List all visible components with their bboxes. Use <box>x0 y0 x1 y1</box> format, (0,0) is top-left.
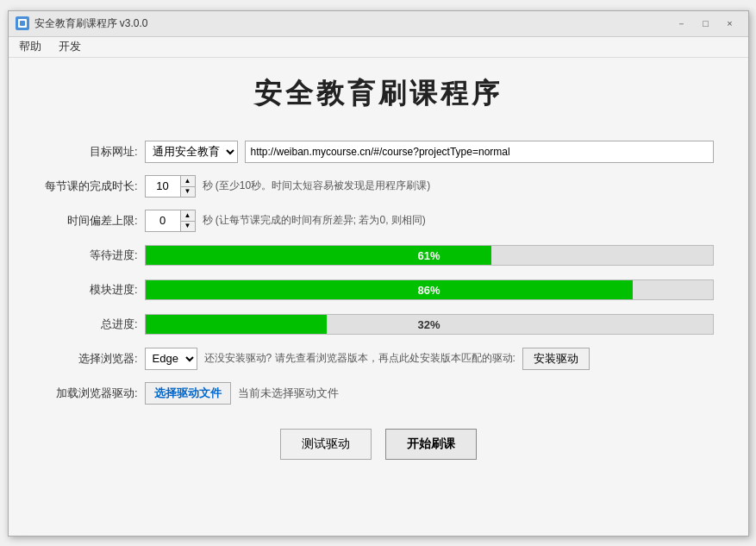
menu-help[interactable]: 帮助 <box>12 37 48 56</box>
app-icon <box>16 16 29 30</box>
browser-hint: 还没安装驱动? 请先查看浏览器版本，再点此处安装版本匹配的驱动: <box>204 351 515 366</box>
duration-input[interactable] <box>146 176 180 197</box>
select-driver-file-btn[interactable]: 选择驱动文件 <box>145 382 231 405</box>
install-driver-btn[interactable]: 安装驱动 <box>522 348 590 370</box>
module-progress-row: 模块进度: 86% <box>43 277 714 303</box>
wait-label: 等待进度: <box>43 248 138 263</box>
offset-down-btn[interactable]: ▼ <box>181 221 195 231</box>
start-course-btn[interactable]: 开始刷课 <box>385 429 477 460</box>
main-content: 安全教育刷课程序 目标网址: 通用安全教育 每节课的完成时长: ▲ ▼ 秒 (至… <box>9 58 748 536</box>
target-url-input[interactable] <box>245 141 714 163</box>
total-progress-bar-container: 32% <box>145 314 714 335</box>
duration-label: 每节课的完成时长: <box>43 179 138 194</box>
test-driver-btn[interactable]: 测试驱动 <box>280 429 372 460</box>
browser-row: 选择浏览器: Edge 还没安装驱动? 请先查看浏览器版本，再点此处安装版本匹配… <box>43 346 714 372</box>
target-label: 目标网址: <box>43 144 138 160</box>
duration-spinner: ▲ ▼ <box>145 175 196 198</box>
duration-up-btn[interactable]: ▲ <box>181 176 195 186</box>
wait-progress-label: 61% <box>146 246 713 266</box>
offset-row: 时间偏差上限: ▲ ▼ 秒 (让每节课完成的时间有所差异; 若为0, 则相同) <box>43 208 714 234</box>
driver-row: 加载浏览器驱动: 选择驱动文件 当前未选择驱动文件 <box>43 380 714 406</box>
module-progress-label: 86% <box>146 280 713 300</box>
minimize-button[interactable]: － <box>671 15 693 32</box>
offset-spinner-btns: ▲ ▼ <box>180 210 195 231</box>
duration-down-btn[interactable]: ▼ <box>181 186 195 197</box>
duration-row: 每节课的完成时长: ▲ ▼ 秒 (至少10秒。时间太短容易被发现是用程序刷课) <box>43 173 714 199</box>
offset-input[interactable] <box>146 210 180 231</box>
module-progress-bar-container: 86% <box>145 279 714 300</box>
window-controls: － □ × <box>671 15 741 32</box>
target-select[interactable]: 通用安全教育 <box>145 141 238 163</box>
driver-label: 加载浏览器驱动: <box>43 386 138 401</box>
close-button[interactable]: × <box>719 15 741 32</box>
offset-label: 时间偏差上限: <box>43 213 138 229</box>
total-label: 总进度: <box>43 317 138 332</box>
total-progress-label: 32% <box>146 315 713 335</box>
menu-dev[interactable]: 开发 <box>52 37 88 56</box>
browser-select[interactable]: Edge <box>145 348 197 370</box>
maximize-button[interactable]: □ <box>695 15 717 32</box>
menu-bar: 帮助 开发 <box>9 37 748 58</box>
browser-label: 选择浏览器: <box>43 351 138 367</box>
wait-progress-bar-container: 61% <box>145 245 714 266</box>
offset-spinner: ▲ ▼ <box>145 210 196 232</box>
duration-spinner-btns: ▲ ▼ <box>180 176 195 197</box>
main-window: 安全教育刷课程序 v3.0.0 － □ × 帮助 开发 安全教育刷课程序 目标网… <box>8 10 749 537</box>
svg-rect-1 <box>20 21 25 26</box>
module-label: 模块进度: <box>43 282 138 298</box>
target-url-row: 目标网址: 通用安全教育 <box>43 139 714 165</box>
no-driver-text: 当前未选择驱动文件 <box>238 386 339 401</box>
wait-progress-row: 等待进度: 61% <box>43 242 714 268</box>
footer-buttons: 测试驱动 开始刷课 <box>43 429 714 468</box>
window-title: 安全教育刷课程序 v3.0.0 <box>34 16 148 31</box>
offset-up-btn[interactable]: ▲ <box>181 210 195 221</box>
app-title: 安全教育刷课程序 <box>43 75 714 113</box>
duration-hint: 秒 (至少10秒。时间太短容易被发现是用程序刷课) <box>203 179 431 193</box>
title-bar-left: 安全教育刷课程序 v3.0.0 <box>16 16 148 31</box>
total-progress-row: 总进度: 32% <box>43 311 714 337</box>
title-bar: 安全教育刷课程序 v3.0.0 － □ × <box>9 11 748 37</box>
offset-hint: 秒 (让每节课完成的时间有所差异; 若为0, 则相同) <box>203 213 426 228</box>
